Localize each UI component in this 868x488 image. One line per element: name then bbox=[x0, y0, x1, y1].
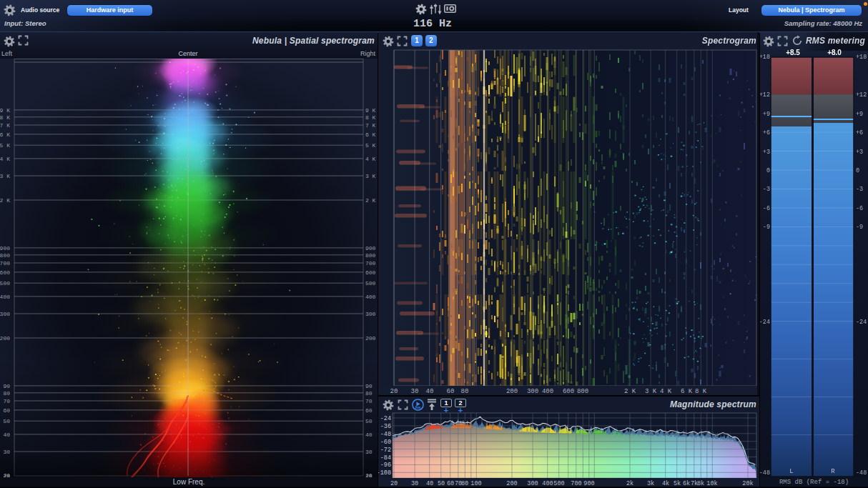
svg-text:500: 500 bbox=[0, 280, 10, 287]
svg-text:200: 200 bbox=[0, 335, 10, 342]
svg-text:400: 400 bbox=[0, 294, 10, 300]
svg-text:+9: +9 bbox=[856, 111, 863, 118]
svg-text:-48: -48 bbox=[380, 431, 391, 438]
svg-text:60: 60 bbox=[3, 407, 10, 414]
svg-text:+9: +9 bbox=[763, 111, 770, 118]
svg-text:900: 900 bbox=[0, 245, 10, 252]
svg-text:50: 50 bbox=[365, 418, 373, 424]
svg-text:5 K: 5 K bbox=[365, 142, 376, 149]
svg-text:300: 300 bbox=[0, 311, 10, 317]
svg-text:-48: -48 bbox=[760, 469, 770, 477]
svg-text:+6: +6 bbox=[856, 129, 863, 136]
svg-text:-24: -24 bbox=[856, 319, 867, 326]
svg-text:300: 300 bbox=[527, 388, 538, 395]
svg-text:-3: -3 bbox=[763, 186, 770, 193]
svg-text:40: 40 bbox=[3, 432, 10, 438]
svg-text:-24: -24 bbox=[380, 415, 391, 422]
svg-text:30: 30 bbox=[3, 449, 10, 455]
svg-text:50: 50 bbox=[3, 418, 10, 424]
svg-text:200: 200 bbox=[365, 335, 376, 342]
svg-text:3 K: 3 K bbox=[0, 173, 10, 179]
svg-text:20: 20 bbox=[390, 388, 398, 395]
svg-text:6 K: 6 K bbox=[681, 388, 693, 395]
svg-text:8 K: 8 K bbox=[0, 114, 10, 121]
svg-text:6 K: 6 K bbox=[0, 131, 10, 138]
svg-text:4 K: 4 K bbox=[365, 156, 376, 162]
svg-text:2 K: 2 K bbox=[624, 388, 636, 395]
svg-text:700: 700 bbox=[0, 260, 10, 267]
svg-text:70: 70 bbox=[3, 398, 10, 404]
svg-text:-36: -36 bbox=[380, 423, 391, 430]
svg-text:-3: -3 bbox=[856, 186, 863, 193]
svg-text:-6: -6 bbox=[763, 205, 770, 212]
svg-text:500: 500 bbox=[365, 280, 376, 287]
svg-text:7 K: 7 K bbox=[0, 122, 10, 129]
svg-text:70: 70 bbox=[365, 398, 373, 404]
svg-text:+12: +12 bbox=[856, 91, 867, 99]
svg-text:L: L bbox=[789, 468, 793, 475]
svg-text:600: 600 bbox=[563, 388, 574, 395]
svg-text:80: 80 bbox=[3, 390, 10, 397]
svg-text:800: 800 bbox=[0, 252, 10, 259]
svg-text:7 K: 7 K bbox=[365, 122, 376, 129]
svg-text:-96: -96 bbox=[380, 462, 391, 469]
svg-text:800: 800 bbox=[577, 388, 588, 395]
svg-text:3 K: 3 K bbox=[365, 173, 376, 179]
svg-text:live: live bbox=[415, 406, 421, 409]
svg-text:300: 300 bbox=[365, 311, 376, 317]
svg-text:0: 0 bbox=[856, 167, 859, 174]
svg-text:2 K: 2 K bbox=[365, 197, 376, 204]
svg-text:80: 80 bbox=[461, 388, 469, 395]
svg-text:90: 90 bbox=[365, 383, 373, 389]
svg-text:+18: +18 bbox=[856, 54, 867, 61]
svg-text:40: 40 bbox=[426, 388, 434, 395]
svg-text:-60: -60 bbox=[380, 439, 391, 446]
svg-text:4 K: 4 K bbox=[0, 156, 10, 162]
svg-text:9 K: 9 K bbox=[0, 107, 10, 114]
svg-text:-9: -9 bbox=[856, 224, 863, 231]
svg-text:60: 60 bbox=[447, 388, 455, 395]
svg-text:+3: +3 bbox=[856, 149, 863, 156]
svg-text:-24: -24 bbox=[760, 319, 770, 326]
svg-text:30: 30 bbox=[365, 449, 373, 455]
svg-text:60: 60 bbox=[365, 407, 373, 414]
svg-text:-84: -84 bbox=[380, 454, 391, 462]
svg-text:8 K: 8 K bbox=[365, 114, 376, 121]
svg-text:400: 400 bbox=[542, 388, 553, 395]
svg-text:40: 40 bbox=[365, 432, 373, 438]
svg-text:9 K: 9 K bbox=[365, 107, 376, 114]
svg-text:+12: +12 bbox=[760, 91, 770, 99]
svg-text:4 K: 4 K bbox=[660, 388, 672, 395]
svg-text:30: 30 bbox=[411, 388, 419, 395]
svg-text:2 K: 2 K bbox=[0, 197, 10, 204]
svg-text:-48: -48 bbox=[856, 469, 867, 477]
svg-text:80: 80 bbox=[365, 390, 373, 397]
svg-text:200: 200 bbox=[506, 388, 518, 395]
svg-text:90: 90 bbox=[3, 383, 10, 389]
svg-text:3 K: 3 K bbox=[645, 388, 657, 395]
svg-text:+18: +18 bbox=[760, 54, 770, 61]
svg-text:8 K: 8 K bbox=[695, 388, 707, 395]
svg-text:600: 600 bbox=[365, 269, 376, 276]
svg-text:0: 0 bbox=[766, 167, 770, 174]
svg-text:+3: +3 bbox=[763, 149, 770, 156]
svg-text:-6: -6 bbox=[856, 205, 863, 212]
svg-text:-108: -108 bbox=[378, 469, 391, 477]
svg-text:-72: -72 bbox=[380, 447, 391, 454]
svg-text:800: 800 bbox=[365, 252, 376, 259]
svg-text:700: 700 bbox=[365, 260, 376, 267]
svg-text:400: 400 bbox=[365, 294, 376, 300]
svg-text:R: R bbox=[831, 468, 835, 475]
svg-text:6 K: 6 K bbox=[365, 131, 376, 138]
svg-text:5 K: 5 K bbox=[0, 142, 10, 149]
svg-text:+6: +6 bbox=[763, 129, 770, 136]
svg-text:900: 900 bbox=[365, 245, 376, 252]
svg-text:600: 600 bbox=[0, 269, 10, 276]
svg-text:-9: -9 bbox=[763, 224, 770, 231]
